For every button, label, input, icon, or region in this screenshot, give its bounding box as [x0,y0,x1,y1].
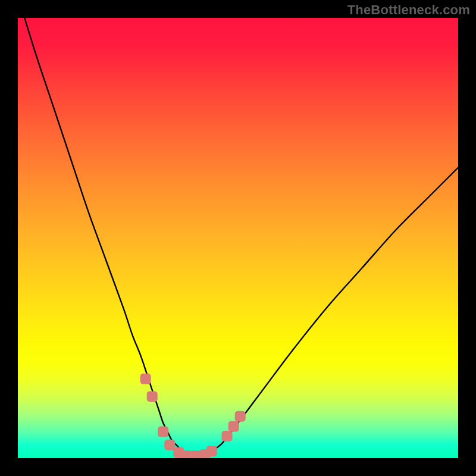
curve-marker [228,421,239,432]
plot-area [18,18,458,458]
curve-marker [235,411,246,422]
curve-markers [140,374,246,458]
curve-marker [206,446,217,456]
curve-marker [164,440,175,450]
bottleneck-curve [18,18,458,456]
watermark-text: TheBottleneck.com [347,2,470,18]
curve-marker [147,391,158,402]
curve-layer [18,18,458,458]
curve-marker [140,374,151,384]
chart-frame: TheBottleneck.com [0,0,476,476]
curve-marker [158,427,168,437]
curve-marker [222,431,233,441]
